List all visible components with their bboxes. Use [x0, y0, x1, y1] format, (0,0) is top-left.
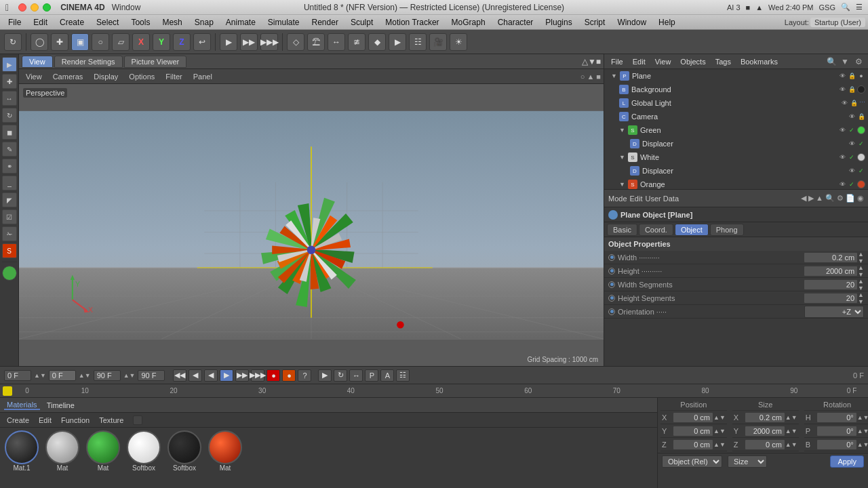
- tl-prev-frame[interactable]: ◀: [189, 369, 202, 382]
- size-z-spinner[interactable]: ▲▼: [785, 441, 797, 448]
- props-nav-next[interactable]: ▶: [808, 194, 814, 203]
- props-icon-1[interactable]: ▲: [816, 194, 823, 203]
- mats-menu-function[interactable]: Function: [58, 416, 92, 424]
- tl-rotate-key[interactable]: ↻: [334, 369, 347, 382]
- tl-move-key[interactable]: ▶: [318, 369, 332, 382]
- prop-radio-height[interactable]: [608, 268, 615, 274]
- vp-tb-icon-1[interactable]: ○: [580, 73, 585, 81]
- light-btn[interactable]: ☀: [450, 33, 467, 51]
- timeline-scrubber[interactable]: 0 10 20 30 40 50 60 70 80 90 0 F: [0, 384, 868, 398]
- rot-h-input[interactable]: [816, 412, 857, 423]
- tl-record-orange[interactable]: ●: [282, 369, 296, 382]
- tl-grid-view[interactable]: ☷: [396, 369, 410, 382]
- green-color-dot[interactable]: [857, 126, 865, 134]
- sidebar-point-icon[interactable]: ⚭: [2, 159, 17, 174]
- props-icon-5[interactable]: ◉: [857, 194, 864, 203]
- obj-menu-view[interactable]: View: [652, 58, 674, 66]
- plane-flag-dot[interactable]: ●: [857, 72, 865, 80]
- mats-menu-texture[interactable]: Texture: [96, 416, 126, 424]
- tl-record-red[interactable]: ●: [267, 369, 280, 382]
- vp-menu-panel[interactable]: Panel: [189, 73, 216, 81]
- sidebar-brush-icon[interactable]: ✎: [2, 142, 17, 157]
- obj-item-orange[interactable]: ▼ S Orange 👁 ✓: [604, 178, 868, 190]
- mat-item-6[interactable]: Mat: [206, 430, 244, 485]
- tl-play-fwd[interactable]: ▶▶: [235, 369, 249, 382]
- x-btn[interactable]: X: [132, 33, 150, 51]
- props-tab-object[interactable]: Object: [675, 224, 709, 236]
- disp-green-flag-check[interactable]: ✓: [857, 140, 865, 148]
- prop-radio-orient[interactable]: [608, 308, 615, 315]
- viewport[interactable]: Y X Perspective Grid Spacing : 1000 cm: [19, 84, 604, 366]
- obj-item-camera[interactable]: C Camera 👁 🔒: [604, 110, 868, 123]
- tl-go-end[interactable]: ▶▶▶: [251, 369, 264, 382]
- grid-btn[interactable]: ☷: [409, 33, 427, 51]
- generator-btn[interactable]: ◆: [368, 33, 386, 51]
- obj-item-plane[interactable]: ▼ P Plane 👁 🔒 ●: [604, 69, 868, 83]
- tl-go-start[interactable]: ◀◀: [173, 369, 186, 382]
- props-icon-4[interactable]: 📄: [846, 194, 855, 203]
- frame-current-input[interactable]: [49, 370, 76, 381]
- prop-radio-width[interactable]: [608, 254, 615, 261]
- green-flag-check[interactable]: ✓: [848, 126, 856, 134]
- green-flag-eye[interactable]: 👁: [838, 126, 846, 134]
- render-to-viewer-btn[interactable]: ▶▶▶: [260, 33, 278, 51]
- prop-input-width[interactable]: [804, 252, 858, 263]
- tl-scale-key[interactable]: ↔: [349, 369, 363, 382]
- size-mode-select[interactable]: Size Scale: [728, 455, 767, 468]
- frame-max-input[interactable]: [138, 370, 165, 381]
- tag-btn[interactable]: ▶: [389, 33, 406, 51]
- curve-btn[interactable]: ↩: [193, 33, 211, 51]
- menu-animate[interactable]: Animate: [220, 16, 261, 28]
- sidebar-green-dot[interactable]: [2, 266, 17, 281]
- rot-p-spinner[interactable]: ▲▼: [857, 428, 868, 434]
- deformer-btn[interactable]: ≇: [348, 33, 366, 51]
- bg-color-dot[interactable]: [857, 85, 865, 94]
- prop-input-width-segments[interactable]: [804, 279, 858, 290]
- obj-item-displacer-green[interactable]: D Displacer 👁 ✓: [604, 137, 868, 150]
- bg-flag-eye[interactable]: 👁: [838, 85, 846, 94]
- orange-color-dot[interactable]: [857, 180, 865, 188]
- menu-plugins[interactable]: Plugins: [540, 16, 577, 28]
- y-btn[interactable]: Y: [153, 33, 170, 51]
- pos-y-spinner[interactable]: ▲▼: [713, 428, 726, 434]
- obj-item-white[interactable]: ▼ S White 👁 ✓: [604, 150, 868, 164]
- undo-btn[interactable]: ↻: [4, 33, 22, 51]
- menu-render[interactable]: Render: [307, 16, 344, 28]
- frame-90-input[interactable]: [94, 370, 121, 381]
- props-edit-btn[interactable]: Edit: [630, 195, 643, 203]
- prop-spinner-height[interactable]: ▲▼: [858, 264, 864, 278]
- menu-select[interactable]: Select: [91, 16, 124, 28]
- sphere-btn[interactable]: ○: [92, 33, 109, 51]
- apply-button[interactable]: Apply: [830, 455, 864, 468]
- prop-radio-hseg[interactable]: [608, 295, 615, 302]
- move-btn[interactable]: ✚: [51, 33, 68, 51]
- prop-spinner-width[interactable]: ▲▼: [858, 251, 864, 264]
- pos-x-input[interactable]: [673, 412, 713, 423]
- cam-flag-eye[interactable]: 👁: [848, 113, 856, 121]
- render-frame-btn[interactable]: ▶: [220, 33, 237, 51]
- settings-icon[interactable]: ⚙: [853, 56, 864, 67]
- size-y-input[interactable]: [745, 426, 785, 436]
- menu-window[interactable]: Window: [612, 16, 652, 28]
- tab-picture-viewer[interactable]: Picture Viewer: [124, 56, 187, 68]
- mat-item-1[interactable]: Mat.1: [3, 430, 41, 485]
- sidebar-poly2-icon[interactable]: ◤: [2, 192, 17, 207]
- vp-menu-display[interactable]: Display: [90, 73, 122, 81]
- sidebar-select-icon[interactable]: ▶: [2, 57, 17, 72]
- obj-menu-bookmarks[interactable]: Bookmarks: [738, 58, 781, 66]
- obj-item-background[interactable]: B Background 👁 🔒: [604, 83, 868, 96]
- disp-white-flag-eye[interactable]: 👁: [848, 167, 856, 175]
- symmetry-btn[interactable]: ↔: [328, 33, 345, 51]
- expand-green[interactable]: ▼: [619, 127, 625, 134]
- props-tab-basic[interactable]: Basic: [607, 224, 637, 236]
- traffic-light-yellow[interactable]: [31, 3, 39, 12]
- filter-icon[interactable]: ▼: [840, 56, 850, 67]
- menu-motion-tracker[interactable]: Motion Tracker: [380, 16, 444, 28]
- sidebar-uv-icon[interactable]: ☑: [2, 209, 17, 224]
- orange-flag-eye[interactable]: 👁: [838, 180, 846, 188]
- camera-btn[interactable]: 🎥: [429, 33, 447, 51]
- search-icon[interactable]: 🔍: [826, 56, 837, 67]
- disp-white-flag-check[interactable]: ✓: [857, 167, 865, 175]
- plane-flag-eye[interactable]: 👁: [838, 72, 846, 80]
- menu-sculpt[interactable]: Sculpt: [345, 16, 378, 28]
